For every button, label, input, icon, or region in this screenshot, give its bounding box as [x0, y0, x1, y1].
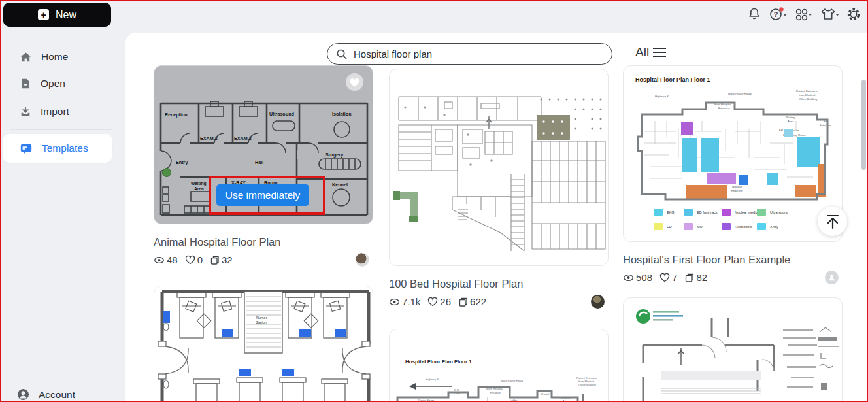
svg-text:ED: ED: [667, 225, 672, 229]
template-thumbnail[interactable]: Nurses Station: [154, 286, 373, 402]
heart-outline-icon: [427, 297, 438, 307]
svg-text:Nurses: Nurses: [256, 316, 267, 320]
plan-title: Hospital Floor Plan Floor 1: [635, 76, 710, 83]
template-title: Hospital's First Floor Plan Example: [623, 254, 843, 266]
svg-text:Ultra sound: Ultra sound: [770, 210, 788, 214]
template-stats: 508 7 82: [623, 272, 843, 283]
copies-stat: 82: [684, 272, 707, 283]
filter-menu-icon: [653, 48, 666, 58]
heart-outline-icon: [659, 273, 670, 282]
search-input[interactable]: [354, 48, 589, 59]
floor-plan-drawing: [390, 69, 609, 266]
plant-symbol: [163, 169, 171, 177]
floor-plan-drawing: Hospital Floor Plan Floor 1 Highway X Ba…: [624, 66, 843, 242]
sidebar-item-templates[interactable]: Templates: [3, 134, 112, 163]
sidebar-item-account[interactable]: Account: [17, 388, 75, 401]
plus-icon: +: [38, 9, 49, 20]
templates-icon: [20, 142, 33, 155]
eye-icon: [623, 273, 634, 283]
plan-title: Hospital Floor Plan Floor 1: [405, 359, 472, 365]
nurses-station: Nurses Station: [244, 292, 282, 353]
author-avatar[interactable]: [825, 271, 839, 284]
use-immediately-button[interactable]: Use immediately: [216, 184, 309, 206]
template-thumbnail[interactable]: [389, 69, 609, 266]
template-stats: 7.1k 26 622: [389, 296, 609, 307]
template-card-ward: Nurses Station: [154, 286, 373, 402]
back-to-top-button[interactable]: [818, 207, 847, 236]
svg-text:Entrance: Entrance: [718, 107, 730, 110]
plan-legend-placeholder: [783, 327, 839, 390]
open-file-icon: [20, 78, 31, 90]
floor-plan-drawing: Hospital Floor Plan Floor 1 Highway X Ba…: [390, 329, 609, 402]
new-button[interactable]: + New: [3, 3, 111, 27]
plan-walls: [643, 318, 774, 402]
import-icon: [20, 106, 31, 118]
template-card-animal-hospital: Reception EXAM 2 EXAM 2 Ultrasound Isola…: [154, 65, 373, 265]
svg-text:Area: Area: [788, 120, 794, 123]
sidebar-item-open[interactable]: Open: [0, 71, 124, 97]
corridor-band: [661, 371, 761, 380]
svg-text:Area: Area: [563, 399, 569, 402]
help-icon[interactable]: ?: [768, 6, 788, 23]
svg-text:Area: Area: [194, 186, 204, 191]
copies-stat: 32: [210, 254, 233, 265]
template-title: 100 Bed Hospital Floor Plan: [389, 278, 609, 290]
svg-text:Back Prairie Road: Back Prairie Road: [728, 92, 752, 95]
template-thumbnail[interactable]: Hospital Floor Plan Floor 1 Highway X Ba…: [389, 329, 609, 402]
template-title: Animal Hospital Floor Plan: [154, 236, 373, 248]
likes-stat: 0: [185, 254, 203, 265]
company-logo: [636, 309, 683, 324]
template-stats: 48 0 32: [154, 254, 373, 265]
gear-icon[interactable]: [846, 6, 861, 23]
app-window: + New Home Open Import Templates Account: [0, 0, 868, 402]
bell-icon[interactable]: [746, 6, 762, 23]
svg-text:EXAM 2: EXAM 2: [234, 135, 252, 141]
template-thumbnail[interactable]: [623, 297, 843, 402]
views-stat: 48: [154, 254, 178, 265]
svg-text:Station: Station: [256, 320, 267, 324]
svg-text:Back Prairie Road: Back Prairie Road: [501, 379, 523, 382]
search-icon: [336, 48, 348, 60]
svg-text:Highway X: Highway X: [426, 378, 439, 381]
sidebar-item-label: Import: [41, 106, 69, 118]
svg-text:MRI: MRI: [697, 225, 704, 229]
plan-doors: [702, 337, 774, 371]
heart-outline-icon: [185, 255, 195, 265]
template-thumbnail[interactable]: Reception EXAM 2 EXAM 2 Ultrasound Isola…: [154, 65, 373, 224]
home-icon: [20, 51, 32, 63]
shirt-icon[interactable]: [819, 6, 840, 23]
arrow-up-to-line-icon: [825, 213, 841, 230]
sidebar-item-label: Templates: [42, 142, 88, 154]
apps-icon[interactable]: [793, 6, 813, 23]
svg-text:medicine: medicine: [731, 189, 743, 192]
svg-text:Entry: Entry: [176, 159, 188, 165]
sidebar-item-import[interactable]: Import: [0, 99, 124, 125]
svg-text:Ultrasound: Ultrasound: [269, 111, 294, 117]
filter-control[interactable]: All: [635, 45, 666, 59]
svg-text:Entrance: Entrance: [820, 124, 831, 127]
svg-text:X ray: X ray: [770, 225, 778, 229]
likes-stat: 7: [659, 272, 677, 283]
person-icon: [827, 273, 836, 282]
copy-icon: [210, 255, 220, 265]
svg-text:ED fast track: ED fast track: [697, 210, 718, 214]
likes-stat: 26: [427, 296, 451, 307]
views-stat: 7.1k: [389, 296, 420, 307]
notification-dot: [779, 7, 783, 11]
svg-text:EXAM 2: EXAM 2: [200, 135, 218, 141]
sidebar-item-label: Home: [41, 51, 68, 63]
template-card-first-floor: Hospital Floor Plan Floor 1 Highway X Ba…: [623, 65, 843, 283]
svg-text:Kennel: Kennel: [332, 182, 348, 188]
favorite-button[interactable]: [346, 73, 363, 91]
floor-plan-drawing: [624, 298, 843, 402]
template-thumbnail[interactable]: Hospital Floor Plan Floor 1 Highway X Ba…: [623, 65, 843, 242]
template-card-green-plan: [623, 297, 843, 402]
svg-text:Office Building: Office Building: [578, 383, 597, 386]
svg-text:Reception: Reception: [165, 112, 188, 118]
scrollbar-thumb[interactable]: [861, 80, 866, 170]
author-avatar[interactable]: [591, 295, 605, 309]
template-card-100-bed: 100 Bed Hospital Floor Plan 7.1k 26 622: [389, 69, 609, 307]
svg-text:Restrooms: Restrooms: [735, 225, 752, 229]
author-avatar[interactable]: [356, 253, 369, 267]
sidebar-item-home[interactable]: Home: [0, 44, 124, 70]
